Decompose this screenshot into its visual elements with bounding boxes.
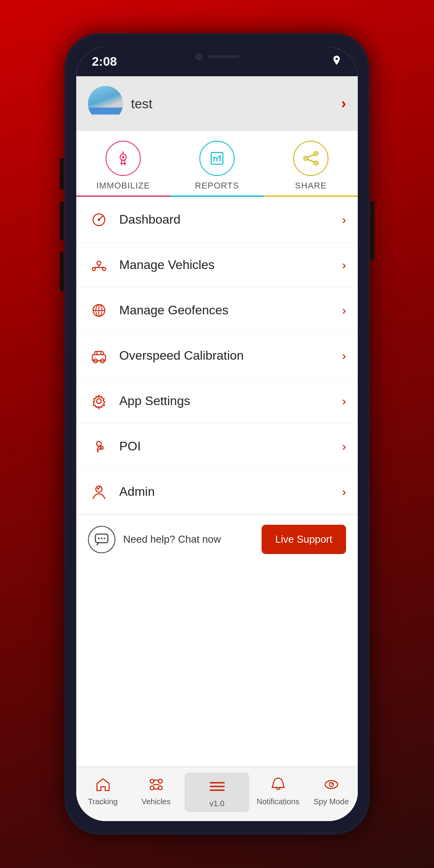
menu-item-settings[interactable]: App Settings › [76, 378, 358, 424]
admin-icon [88, 481, 109, 502]
menu-item-poi[interactable]: POI › [76, 424, 358, 469]
svg-point-20 [97, 261, 101, 265]
svg-point-16 [315, 153, 317, 154]
chat-icon [88, 526, 115, 553]
svg-line-14 [308, 160, 314, 162]
svg-point-19 [98, 219, 100, 221]
dashboard-label: Dashboard [119, 212, 181, 227]
menu-item-left: Dashboard [88, 209, 181, 230]
menu-item-left: Admin [88, 481, 155, 502]
menu-item-left: App Settings [88, 390, 190, 412]
extra-button [60, 252, 64, 291]
spy-eye-icon [321, 775, 341, 794]
menu-item-overspeed[interactable]: Overspeed Calibration › [76, 333, 358, 378]
front-camera [195, 53, 202, 60]
vehicles-link-icon [146, 775, 166, 794]
share-label: SHARE [295, 181, 327, 191]
menu-item-admin[interactable]: Admin › [76, 469, 358, 515]
menu-item-dashboard[interactable]: Dashboard › [76, 197, 358, 242]
nav-item-tracking[interactable]: Tracking [76, 773, 129, 806]
menu-item-left: Manage Geofences [88, 299, 228, 321]
status-time: 2:08 [92, 54, 117, 69]
avatar-flag [88, 108, 123, 121]
vehicles-icon [88, 254, 109, 276]
dashboard-chevron: › [342, 213, 346, 226]
speaker [208, 55, 239, 58]
svg-point-15 [305, 158, 307, 159]
immobilize-label: IMMOBILIZE [96, 181, 150, 191]
live-support-button[interactable]: Live Support [262, 525, 346, 554]
menu-item-vehicles[interactable]: Manage Vehicles › [76, 242, 358, 288]
profile-header[interactable]: test › [76, 76, 358, 131]
menu-item-geofences[interactable]: Manage Geofences › [76, 288, 358, 333]
svg-point-43 [104, 538, 105, 539]
profile-chevron[interactable]: › [341, 95, 346, 112]
support-text: Need help? Chat now [123, 533, 254, 546]
menu-hamburger-icon [207, 777, 227, 796]
svg-point-36 [97, 441, 101, 446]
profile-name: test [131, 96, 152, 111]
menu-list: Dashboard › [76, 197, 358, 766]
svg-point-52 [325, 780, 337, 788]
svg-point-39 [96, 486, 102, 492]
avatar [88, 86, 123, 121]
tracking-home-icon [93, 775, 113, 794]
svg-point-35 [97, 399, 101, 404]
power-button [370, 201, 374, 260]
overspeed-label: Overspeed Calibration [119, 348, 244, 363]
support-section: Need help? Chat now Live Support [76, 515, 358, 564]
spy-label: Spy Mode [314, 797, 349, 806]
admin-label: Admin [119, 484, 155, 499]
reports-label: REPORTS [195, 181, 239, 191]
svg-point-17 [315, 162, 317, 164]
quick-action-immobilize[interactable]: IMMOBILIZE [76, 131, 170, 197]
app-content: test › [76, 76, 358, 821]
overspeed-icon [88, 345, 109, 366]
nav-item-menu[interactable]: v1.0 [185, 773, 249, 812]
geofences-label: Manage Geofences [119, 303, 228, 317]
menu-item-left: Manage Vehicles [88, 254, 215, 276]
phone-frame: 2:08 test [65, 33, 369, 835]
status-icons [331, 55, 342, 68]
dashboard-icon [88, 209, 109, 230]
share-icon-circle [293, 141, 328, 176]
notch [174, 47, 260, 66]
svg-line-13 [308, 155, 314, 157]
settings-label: App Settings [119, 394, 190, 408]
geofences-chevron: › [342, 304, 346, 317]
quick-actions: IMMOBILIZE REPORTS [76, 131, 358, 197]
phone-screen: 2:08 test [76, 47, 358, 821]
vehicles-label: Manage Vehicles [119, 258, 215, 272]
vehicles-nav-label: Vehicles [142, 797, 171, 806]
poi-icon [88, 436, 109, 457]
menu-version-label: v1.0 [210, 799, 224, 808]
quick-action-share[interactable]: SHARE [264, 131, 358, 197]
volume-up-button [60, 158, 64, 190]
tracking-label: Tracking [88, 797, 118, 806]
nav-item-notifications[interactable]: Notifications [251, 773, 305, 806]
immobilize-icon-circle [106, 141, 141, 176]
svg-point-54 [331, 783, 332, 784]
svg-point-42 [101, 538, 102, 539]
svg-point-41 [98, 538, 100, 539]
volume-down-button [60, 201, 64, 240]
settings-icon [88, 390, 109, 412]
nav-item-vehicles[interactable]: Vehicles [129, 773, 183, 806]
geofences-icon [88, 299, 109, 321]
avatar-image [88, 86, 123, 121]
poi-chevron: › [342, 440, 346, 453]
menu-item-left: POI [88, 436, 141, 457]
location-icon [331, 55, 342, 68]
notifications-bell-icon [268, 775, 288, 794]
settings-chevron: › [342, 395, 346, 408]
vehicles-chevron: › [342, 258, 346, 272]
svg-point-5 [122, 156, 124, 158]
notifications-label: Notifications [257, 797, 299, 806]
nav-item-spy[interactable]: Spy Mode [305, 773, 358, 806]
quick-action-reports[interactable]: REPORTS [170, 131, 264, 197]
admin-chevron: › [342, 485, 346, 499]
svg-point-53 [329, 782, 333, 786]
reports-icon-circle [199, 141, 235, 176]
poi-label: POI [119, 439, 141, 454]
bottom-nav: Tracking [76, 766, 358, 821]
